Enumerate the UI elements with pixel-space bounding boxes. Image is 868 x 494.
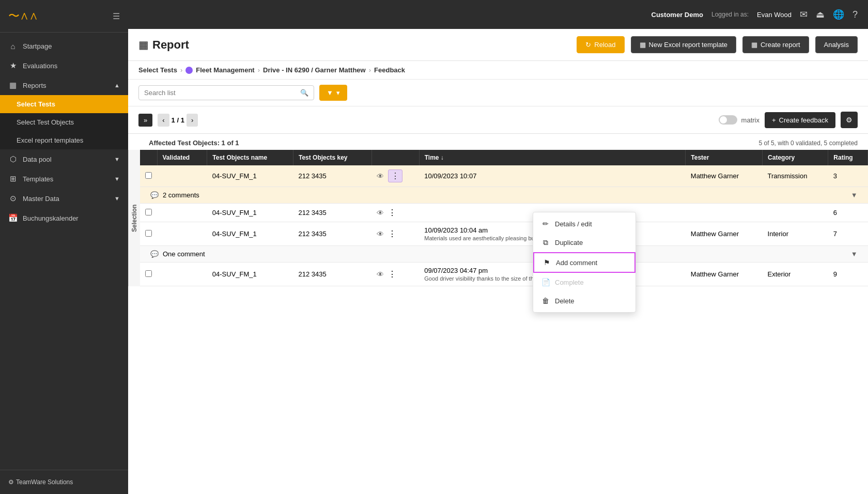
row-rating: 6: [828, 204, 868, 222]
sidebar-item-master-data[interactable]: ⊙ Master Data ▼: [0, 189, 128, 208]
analysis-button[interactable]: Analysis: [815, 36, 858, 53]
context-menu-item-details[interactable]: ✏ Details / edit: [533, 214, 636, 233]
context-menu-item-add-comment[interactable]: ⚑ Add comment: [533, 252, 636, 273]
col-tester: Tester: [686, 150, 763, 165]
sidebar-item-data-pool[interactable]: ⬡ Data pool ▼: [0, 149, 128, 169]
logout-icon[interactable]: ⏏: [816, 9, 825, 20]
topbar: Customer Demo Logged in as: Evan Wood ✉ …: [128, 0, 868, 29]
row-validated: [157, 165, 207, 187]
view-icon[interactable]: 👁: [377, 230, 384, 238]
table-row: 04-SUV_FM_1 212 3435 👁 ⋮ 6: [140, 204, 868, 222]
sidebar-logo: 〜∧∧ ☰: [0, 0, 128, 33]
context-menu-item-delete[interactable]: 🗑 Delete: [533, 291, 636, 310]
row-test-object-name: 04-SUV_FM_1: [207, 263, 293, 286]
breadcrumb-drive[interactable]: Drive - IN 6290 / Garner Matthew: [263, 66, 366, 74]
sidebar-item-label: Buchungskalender: [23, 214, 79, 222]
col-validated: Validated: [157, 150, 207, 165]
context-menu-trigger-3[interactable]: ⋮: [388, 229, 396, 239]
comment-icon: 💬: [150, 191, 159, 199]
sidebar-item-label: Excel report templates: [17, 136, 83, 144]
row-tester: Matthew Garner: [686, 263, 763, 286]
context-menu-trigger-4[interactable]: ⋮: [388, 269, 396, 279]
mail-icon[interactable]: ✉: [800, 9, 808, 20]
row-checkbox[interactable]: [145, 209, 152, 215]
sidebar-item-reports[interactable]: ▦ Reports ▲: [0, 75, 128, 95]
comment-section: 💬 One comment ▼: [140, 246, 868, 262]
fleet-circle-icon: [185, 67, 193, 74]
sidebar-item-label: Master Data: [23, 195, 59, 203]
context-menu-trigger-2[interactable]: ⋮: [388, 208, 396, 218]
matrix-label: matrix: [741, 116, 760, 124]
sidebar-item-select-tests[interactable]: Select Tests: [0, 95, 128, 113]
create-report-button[interactable]: ▦ Create report: [742, 36, 809, 53]
new-excel-template-button[interactable]: ▦ New Excel report template: [631, 36, 736, 53]
row-checkbox[interactable]: [145, 270, 152, 277]
row-category: Transmission: [763, 165, 828, 187]
next-page-button[interactable]: ›: [187, 114, 198, 127]
home-icon: ⌂: [8, 42, 18, 51]
row-category: Interior: [763, 222, 828, 246]
sidebar: 〜∧∧ ☰ ⌂ Startpage ★ Evaluations ▦ Report…: [0, 0, 128, 494]
comment-expand-button[interactable]: ▼: [851, 250, 858, 258]
prev-page-button[interactable]: ‹: [158, 114, 169, 127]
create-feedback-button[interactable]: + Create feedback: [765, 112, 835, 128]
data-pool-icon: ⬡: [8, 155, 18, 164]
globe-icon[interactable]: 🌐: [833, 9, 844, 20]
filter-dropdown-icon: ▾: [336, 89, 340, 97]
sidebar-item-templates[interactable]: ⊞ Templates ▼: [0, 169, 128, 189]
context-menu-item-label: Complete: [555, 279, 584, 286]
reload-button[interactable]: ↻ Reload: [577, 36, 624, 53]
sidebar-item-select-test-objects[interactable]: Select Test Objects: [0, 113, 128, 131]
matrix-toggle-switch[interactable]: [719, 115, 737, 125]
row-rating: 7: [828, 222, 868, 246]
report-header: ▦ Report ↻ Reload ▦ New Excel report tem…: [128, 29, 868, 61]
row-rating: 3: [828, 165, 868, 187]
expand-columns-button[interactable]: »: [138, 114, 152, 127]
row-test-object-name: 04-SUV_FM_1: [207, 222, 293, 246]
content-area: ▦ Report ↻ Reload ▦ New Excel report tem…: [128, 29, 868, 494]
table-row: 04-SUV_FM_1 212 3435 👁 ⋮ 10/09/2023 10:0…: [140, 222, 868, 246]
sidebar-item-label: Select Test Objects: [17, 118, 74, 126]
sidebar-item-buchungskalender[interactable]: 📅 Buchungskalender: [0, 208, 128, 228]
comment-expand-button[interactable]: ▼: [851, 191, 858, 199]
context-menu-item-complete: 📄 Complete: [533, 273, 636, 291]
row-checkbox[interactable]: [145, 230, 152, 237]
view-icon[interactable]: 👁: [377, 209, 384, 217]
templates-icon: ⊞: [8, 174, 18, 183]
row-category: Exterior: [763, 263, 828, 286]
view-icon[interactable]: 👁: [377, 270, 384, 279]
sidebar-item-label: Templates: [23, 175, 53, 183]
col-actions: [371, 150, 419, 165]
count-info: 5 of 5, with 0 validated, 5 completed: [759, 140, 858, 147]
search-input[interactable]: [144, 89, 297, 97]
row-tester: Matthew Garner: [686, 165, 763, 187]
master-data-icon: ⊙: [8, 194, 18, 203]
filter-button[interactable]: ▼ ▾: [319, 85, 347, 101]
view-icon[interactable]: 👁: [377, 172, 384, 180]
settings-button[interactable]: ⚙: [841, 112, 858, 128]
logo-waveform-icon: 〜∧∧: [8, 8, 38, 24]
pagination: ‹ 1 / 1 ›: [158, 114, 198, 127]
sidebar-item-evaluations[interactable]: ★ Evaluations: [0, 56, 128, 75]
breadcrumb-separator: ›: [258, 66, 260, 74]
row-actions: 👁 ⋮: [371, 204, 419, 222]
breadcrumb-feedback[interactable]: Feedback: [374, 66, 405, 74]
sidebar-collapse-button[interactable]: ☰: [113, 11, 120, 21]
create-report-icon: ▦: [751, 41, 757, 49]
breadcrumb-fleet-management[interactable]: Fleet Management: [196, 66, 254, 74]
breadcrumb-select-tests[interactable]: Select Tests: [138, 66, 177, 74]
sidebar-sub-reports: Select Tests Select Test Objects Excel r…: [0, 95, 128, 149]
sidebar-item-excel-report-templates[interactable]: Excel report templates: [0, 131, 128, 149]
reload-icon: ↻: [585, 41, 591, 49]
row-checkbox[interactable]: [145, 172, 152, 179]
sidebar-item-startpage[interactable]: ⌂ Startpage: [0, 37, 128, 56]
flag-icon: ⚑: [542, 258, 551, 267]
help-icon[interactable]: ?: [853, 9, 858, 20]
comment-text: 2 comments: [163, 191, 199, 199]
excel-icon: ▦: [640, 41, 646, 49]
context-menu-item-duplicate[interactable]: ⧉ Duplicate: [533, 233, 636, 252]
plus-icon: +: [772, 116, 776, 124]
row-test-object-key: 212 3435: [293, 263, 371, 286]
context-menu-trigger[interactable]: ⋮: [388, 169, 402, 182]
row-time: 10/09/2023 10:07: [419, 165, 686, 187]
